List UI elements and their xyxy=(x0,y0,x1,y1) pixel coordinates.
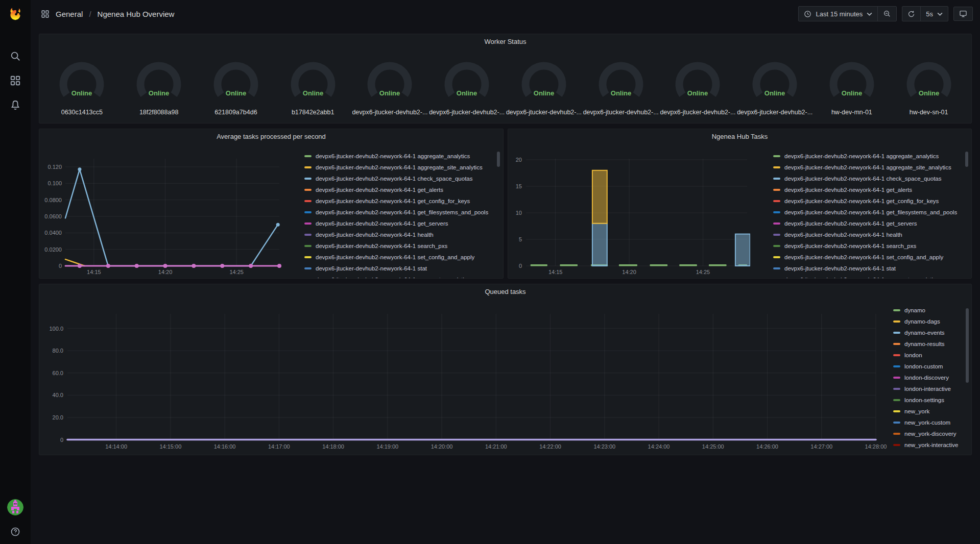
time-controls: Last 15 minutes xyxy=(798,6,897,21)
zoom-out-icon xyxy=(883,10,891,18)
avg-tasks-chart[interactable]: 00.02000.04000.06000.08000.1000.12014:15… xyxy=(39,143,297,279)
legend-item[interactable]: devpx6-jtucker-devhub2-newyork-64-1 stat xyxy=(773,263,971,274)
breadcrumb-separator: / xyxy=(89,10,91,18)
legend-item[interactable]: devpx6-jtucker-devhub2-newyork-64-1 get_… xyxy=(304,195,503,207)
alerting-bell-icon[interactable] xyxy=(9,99,21,111)
legend-item[interactable]: london-custom xyxy=(893,361,971,372)
worker-gauge[interactable]: Onlinedevpx6-jtucker-devhub2-... xyxy=(506,58,583,116)
legend-swatch xyxy=(304,211,312,213)
x-tick-label: 14:14:00 xyxy=(105,443,127,450)
worker-status-value: Online xyxy=(379,89,400,97)
legend-item[interactable]: dynamo-events xyxy=(893,327,971,338)
sidebar-nav xyxy=(9,50,21,111)
refresh-controls: 5s xyxy=(902,6,948,21)
legend-item-clipped[interactable]: devpx6-jtucker-devhub2-newyork-64-1 aggr… xyxy=(304,274,503,278)
panel-title-hub-tasks[interactable]: Ngenea Hub Tasks xyxy=(508,129,971,143)
legend-item[interactable]: dynamo-dags xyxy=(893,316,971,327)
legend-label: london-custom xyxy=(904,363,943,369)
legend-item[interactable]: devpx6-jtucker-devhub2-newyork-64-1 aggr… xyxy=(304,151,503,162)
legend-label: dynamo-results xyxy=(904,341,945,347)
legend-label: devpx6-jtucker-devhub2-newyork-64-1 set_… xyxy=(784,254,943,260)
legend-item[interactable]: devpx6-jtucker-devhub2-newyork-64-1 get_… xyxy=(304,184,503,195)
legend-item[interactable]: london-discovery xyxy=(893,372,971,383)
y-tick-label: 0.120 xyxy=(47,164,62,170)
worker-gauge[interactable]: Online0630c1413cc5 xyxy=(43,58,121,116)
worker-gauge[interactable]: Onlinedevpx6-jtucker-devhub2-... xyxy=(659,58,736,116)
y-tick-label: 60.0 xyxy=(53,370,63,376)
plot-area xyxy=(531,170,750,266)
legend-scrollbar[interactable] xyxy=(965,152,968,167)
data-point xyxy=(249,264,253,268)
breadcrumb-dashboard[interactable]: Ngenea Hub Overview xyxy=(98,10,175,18)
y-tick-label: 5 xyxy=(519,236,522,242)
zoom-out-button[interactable] xyxy=(877,7,896,21)
legend-scrollbar[interactable] xyxy=(966,308,969,383)
worker-status-value: Online xyxy=(764,89,785,97)
legend-item[interactable]: london-settings xyxy=(893,394,971,406)
legend-item[interactable]: devpx6-jtucker-devhub2-newyork-64-1 get_… xyxy=(773,184,971,195)
legend-item[interactable]: devpx6-jtucker-devhub2-newyork-64-1 heal… xyxy=(773,229,971,240)
legend-item[interactable]: new_york-custom xyxy=(893,417,971,428)
legend-item[interactable]: london xyxy=(893,350,971,361)
dashboards-icon[interactable] xyxy=(9,75,21,87)
time-range-picker[interactable]: Last 15 minutes xyxy=(799,7,877,21)
refresh-button[interactable] xyxy=(902,7,920,21)
legend-item[interactable]: devpx6-jtucker-devhub2-newyork-64-1 sear… xyxy=(304,240,503,252)
worker-gauge[interactable]: Online621809a7b4d6 xyxy=(198,58,275,116)
breadcrumb-folder[interactable]: General xyxy=(56,10,83,18)
worker-gauge[interactable]: Online18f2f8088a98 xyxy=(121,58,198,116)
panel-title-worker-status[interactable]: Worker Status xyxy=(39,34,971,48)
legend-item[interactable]: devpx6-jtucker-devhub2-newyork-64-1 heal… xyxy=(304,229,503,240)
legend-item[interactable]: london-interactive xyxy=(893,383,971,394)
legend-item[interactable]: devpx6-jtucker-devhub2-newyork-64-1 chec… xyxy=(304,173,503,184)
help-icon[interactable] xyxy=(9,526,21,538)
legend-item-clipped[interactable]: devpx6-jtucker-devhub2-newyork-64-1 aggr… xyxy=(773,274,971,278)
legend-item[interactable]: devpx6-jtucker-devhub2-newyork-64-1 aggr… xyxy=(773,162,971,173)
worker-gauge[interactable]: Onlinedevpx6-jtucker-devhub2-... xyxy=(736,58,814,116)
legend-item[interactable]: new_york xyxy=(893,406,971,417)
avatar[interactable] xyxy=(7,499,23,515)
kiosk-mode-button[interactable] xyxy=(953,7,973,21)
grafana-logo[interactable] xyxy=(6,5,25,23)
panel-title-avg-tasks[interactable]: Average tasks processed per second xyxy=(39,129,503,143)
legend-scrollbar[interactable] xyxy=(497,152,500,167)
worker-gauge[interactable]: Onlineb17842e2abb1 xyxy=(274,58,351,116)
data-point xyxy=(220,264,224,268)
legend-label: devpx6-jtucker-devhub2-newyork-64-1 stat xyxy=(784,265,896,271)
worker-gauge[interactable]: Onlinehw-dev-mn-01 xyxy=(814,58,891,116)
legend-item[interactable]: devpx6-jtucker-devhub2-newyork-64-1 get_… xyxy=(773,195,971,207)
legend-item[interactable]: devpx6-jtucker-devhub2-newyork-64-1 aggr… xyxy=(773,151,971,162)
legend-item[interactable]: devpx6-jtucker-devhub2-newyork-64-1 set_… xyxy=(304,252,503,263)
bar-segment xyxy=(592,224,607,266)
legend-item[interactable]: dynamo xyxy=(893,305,971,316)
legend-item[interactable]: devpx6-jtucker-devhub2-newyork-64-1 get_… xyxy=(773,207,971,218)
hub-tasks-chart[interactable]: 0510152014:1514:2014:25 xyxy=(508,143,766,279)
worker-gauge[interactable]: Onlinedevpx6-jtucker-devhub2-... xyxy=(428,58,506,116)
y-tick-label: 0 xyxy=(59,263,62,269)
legend-item[interactable]: devpx6-jtucker-devhub2-newyork-64-1 aggr… xyxy=(304,162,503,173)
legend-item[interactable]: devpx6-jtucker-devhub2-newyork-64-1 get_… xyxy=(304,207,503,218)
x-tick-label: 14:23:00 xyxy=(593,443,615,450)
legend-label: london-interactive xyxy=(904,386,951,392)
legend-label: devpx6-jtucker-devhub2-newyork-64-1 get_… xyxy=(784,187,912,193)
search-icon[interactable] xyxy=(9,50,21,62)
legend-item[interactable]: devpx6-jtucker-devhub2-newyork-64-1 stat xyxy=(304,263,503,274)
y-tick-label: 0.0200 xyxy=(44,246,62,253)
refresh-interval-picker[interactable]: 5s xyxy=(920,7,948,21)
legend-item[interactable]: devpx6-jtucker-devhub2-newyork-64-1 get_… xyxy=(304,218,503,229)
refresh-icon xyxy=(907,10,915,18)
legend-item[interactable]: new_york-discovery xyxy=(893,428,971,439)
legend-item[interactable]: devpx6-jtucker-devhub2-newyork-64-1 chec… xyxy=(773,173,971,184)
legend-swatch xyxy=(893,365,900,367)
legend-item[interactable]: devpx6-jtucker-devhub2-newyork-64-1 set_… xyxy=(773,252,971,263)
worker-status-value: Online xyxy=(534,89,554,97)
worker-gauge[interactable]: Onlinedevpx6-jtucker-devhub2-... xyxy=(582,58,659,116)
worker-gauge[interactable]: Onlinehw-dev-sn-01 xyxy=(890,58,967,116)
legend-item[interactable]: devpx6-jtucker-devhub2-newyork-64-1 get_… xyxy=(773,218,971,229)
worker-gauge[interactable]: Onlinedevpx6-jtucker-devhub2-... xyxy=(351,58,428,116)
panel-title-queued-tasks[interactable]: Queued tasks xyxy=(39,284,971,299)
legend-item[interactable]: dynamo-results xyxy=(893,338,971,350)
legend-item[interactable]: devpx6-jtucker-devhub2-newyork-64-1 sear… xyxy=(773,240,971,252)
legend-item[interactable]: new_york-interactive xyxy=(893,439,971,451)
queued-tasks-chart[interactable]: 020.040.060.080.0100.014:14:0014:15:0014… xyxy=(39,299,883,456)
